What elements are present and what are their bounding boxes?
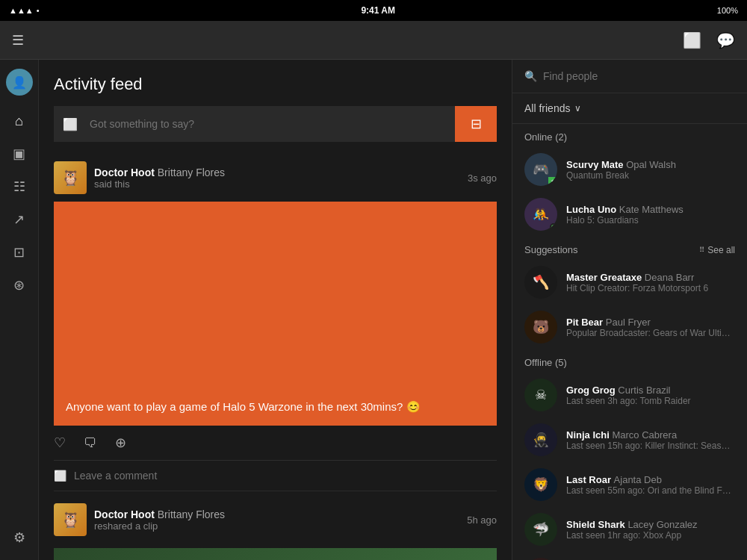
comment-input-area: ⬜ — [54, 461, 497, 491]
chat-icon-1[interactable]: ⬜ — [683, 31, 701, 49]
grog-detail: Last seen 3h ago: Tomb Raider — [566, 396, 735, 406]
lastroar-info: Last Roar Ajanta Deb Last seen 55m ago: … — [566, 474, 735, 496]
battery-indicator: 100% — [717, 6, 738, 15]
friend-avatar-lucha: 🤼 — [524, 198, 557, 231]
sidebar-item-network[interactable]: ⊛ — [6, 272, 33, 299]
post-card-1: Anyone want to play a game of Halo 5 War… — [54, 202, 497, 426]
sidebar-item-store[interactable]: ⊡ — [6, 239, 33, 266]
friend-item-elder[interactable]: 🧙 Elder Red Seth Hatley Last seen 2h ago… — [512, 552, 747, 560]
post-input-icon: ⬜ — [54, 117, 78, 131]
friend-item-scurvy[interactable]: 🎮 ★ Scurvy Mate Opal Walsh Quantum Break — [512, 147, 747, 192]
online-section-header: Online (2) — [512, 124, 747, 147]
friend-item-shield[interactable]: 🦈 Shield Shark Lacey Gonzalez Last seen … — [512, 507, 747, 552]
feed-realname-2: Brittany Flores — [158, 508, 225, 520]
share-button[interactable]: ⊕ — [115, 435, 126, 451]
friend-item-master[interactable]: 🪓 Master Greataxe Deana Barr Hit Clip Cr… — [512, 260, 747, 305]
feed-user-name-1: Doctor Hoot Brittany Flores — [94, 167, 225, 178]
ninja-gamertag: Ninja Ichi — [566, 429, 610, 441]
scurvy-realname: Opal Walsh — [626, 159, 676, 170]
main-layout: 👤 ⌂ ▣ ☷ ↗ ⊡ ⊛ ⚙ Activity feed ⬜ — [0, 60, 747, 560]
post-input[interactable] — [78, 108, 455, 140]
scurvy-name: Scurvy Mate Opal Walsh — [566, 159, 735, 170]
chat-sidebar-icon: ☷ — [13, 178, 25, 195]
activity-feed: Activity feed ⬜ ⊟ 🦉 Doctor Hoot Bri — [39, 60, 512, 560]
user-avatar[interactable]: 👤 — [6, 69, 33, 96]
master-name: Master Greataxe Deana Barr — [566, 272, 735, 283]
feed-gamertag-1: Doctor Hoot — [94, 167, 155, 178]
lucha-detail: Halo 5: Guardians — [566, 215, 735, 225]
sidebar-item-tv[interactable]: ▣ — [6, 140, 33, 167]
tv-icon: ▣ — [13, 146, 25, 162]
chevron-down-icon: ∨ — [574, 103, 581, 113]
sidebar: 👤 ⌂ ▣ ☷ ↗ ⊡ ⊛ ⚙ — [0, 60, 39, 560]
see-all-button[interactable]: ⠿ See all — [699, 245, 735, 255]
ninja-realname: Marco Cabrera — [612, 429, 677, 441]
friend-item-lucha[interactable]: 🤼 Lucha Uno Kate Matthews Halo 5: Guardi… — [512, 192, 747, 237]
feed-time-1: 3s ago — [468, 172, 497, 184]
friend-avatar-grog: ☠ — [524, 379, 557, 411]
shield-detail: Last seen 1hr ago: Xbox App — [566, 530, 735, 541]
lucha-avatar-icon: 🤼 — [533, 206, 549, 223]
friend-item-grog[interactable]: ☠ Grog Grog Curtis Brazil Last seen 3h a… — [512, 373, 747, 417]
pitbear-detail: Popular Broadcaster: Gears of War Ultim.… — [566, 328, 735, 338]
post-card-text-1: Anyone want to play a game of Halo 5 War… — [66, 400, 421, 414]
lastroar-avatar-icon: 🦁 — [533, 476, 549, 493]
master-detail: Hit Clip Creator: Forza Motorsport 6 — [566, 283, 735, 293]
search-icon: 🔍 — [524, 70, 537, 82]
all-friends-header[interactable]: All friends ∨ — [512, 93, 747, 124]
store-icon: ⊡ — [13, 244, 25, 261]
grog-gamertag: Grog Grog — [566, 385, 616, 396]
like-button[interactable]: ♡ — [54, 435, 66, 451]
lastroar-gamertag: Last Roar — [566, 474, 611, 485]
feed-avatar-2-icon: 🦉 — [61, 511, 80, 529]
home-icon: ⌂ — [15, 113, 23, 129]
sidebar-item-trending[interactable]: ↗ — [6, 206, 33, 233]
master-gamertag: Master Greataxe — [566, 272, 642, 283]
sidebar-item-settings[interactable]: ⚙ — [6, 524, 33, 551]
feed-item-1-info: Doctor Hoot Brittany Flores said this — [94, 167, 225, 190]
suggestions-label: Suggestions — [524, 244, 578, 255]
chat-icon-2[interactable]: 💬 — [716, 31, 735, 49]
sidebar-item-home[interactable]: ⌂ — [6, 108, 33, 134]
post-button[interactable]: ⊟ — [455, 106, 497, 142]
find-people-input[interactable] — [543, 70, 735, 82]
feed-user-name-2: Doctor Hoot Brittany Flores — [94, 508, 225, 520]
see-all-label: See all — [707, 245, 735, 255]
friend-item-ninja[interactable]: 🥷 Ninja Ichi Marco Cabrera Last seen 15h… — [512, 417, 747, 462]
ninja-avatar-icon: 🥷 — [533, 432, 549, 448]
feed-time-2: 5h ago — [467, 514, 497, 526]
wifi-icon: ▲▲▲ — [9, 6, 34, 15]
feed-item-2-info: Doctor Hoot Brittany Flores reshared a c… — [94, 508, 225, 532]
master-avatar-icon: 🪓 — [533, 274, 549, 290]
feed-avatar-2: 🦉 — [54, 503, 87, 536]
settings-icon: ⚙ — [13, 529, 25, 546]
post-thumbnail-2 — [54, 548, 497, 560]
grog-info: Grog Grog Curtis Brazil Last seen 3h ago… — [566, 385, 735, 406]
grog-realname: Curtis Brazil — [618, 385, 670, 396]
feed-item-1: 🦉 Doctor Hoot Brittany Flores said this … — [54, 154, 497, 491]
friend-item-lastroar[interactable]: 🦁 Last Roar Ajanta Deb Last seen 55m ago… — [512, 462, 747, 507]
shield-realname: Lacey Gonzalez — [627, 519, 697, 530]
suggestions-header: Suggestions ⠿ See all — [512, 237, 747, 260]
scurvy-status-badge: ★ — [548, 177, 557, 186]
lucha-realname: Kate Matthews — [619, 204, 684, 215]
shield-gamertag: Shield Shark — [566, 519, 625, 530]
feed-title: Activity feed — [54, 75, 497, 94]
dots-icon: ⠿ — [699, 246, 704, 254]
all-friends-label: All friends — [524, 102, 570, 114]
status-time: 9:41 AM — [361, 5, 395, 16]
comment-button[interactable]: 🗨 — [84, 435, 97, 451]
friend-avatar-master: 🪓 — [524, 266, 557, 299]
friend-avatar-pitbear: 🐻 — [524, 311, 557, 343]
pitbear-info: Pit Bear Paul Fryer Popular Broadcaster:… — [566, 317, 735, 338]
friends-search: 🔍 — [512, 60, 747, 93]
comment-input-icon: ⬜ — [54, 470, 66, 482]
friend-item-pitbear[interactable]: 🐻 Pit Bear Paul Fryer Popular Broadcaste… — [512, 305, 747, 349]
menu-icon[interactable]: ☰ — [12, 32, 24, 49]
lastroar-realname: Ajanta Deb — [614, 474, 662, 485]
sidebar-item-chat[interactable]: ☷ — [6, 173, 33, 200]
lucha-online-dot — [550, 223, 557, 231]
feed-action-1: said this — [94, 178, 225, 190]
ninja-detail: Last seen 15h ago: Killer Instinct: Seas… — [566, 441, 735, 451]
comment-input[interactable] — [74, 470, 497, 482]
